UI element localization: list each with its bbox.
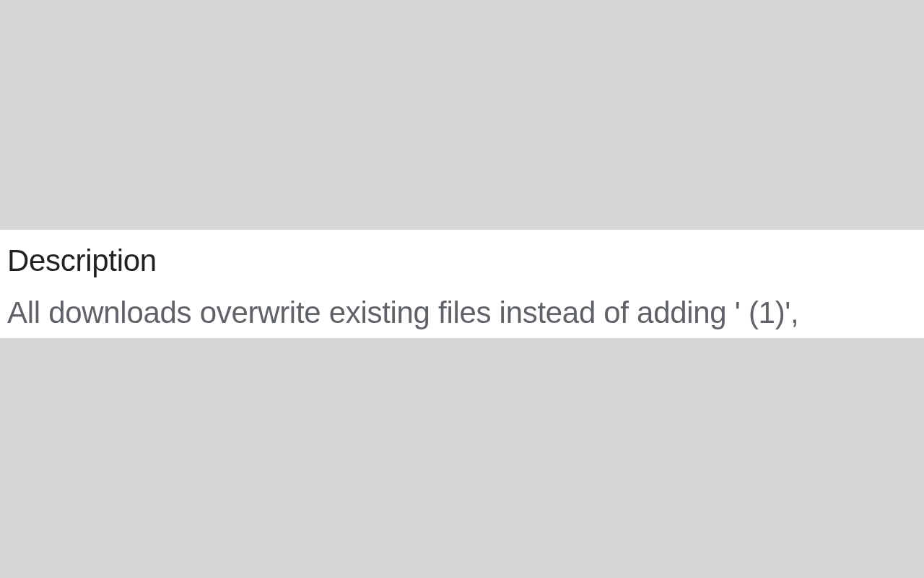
description-body: All downloads overwrite existing files i… — [7, 295, 917, 331]
description-heading: Description — [7, 243, 917, 279]
description-panel: Description All downloads overwrite exis… — [0, 230, 924, 338]
